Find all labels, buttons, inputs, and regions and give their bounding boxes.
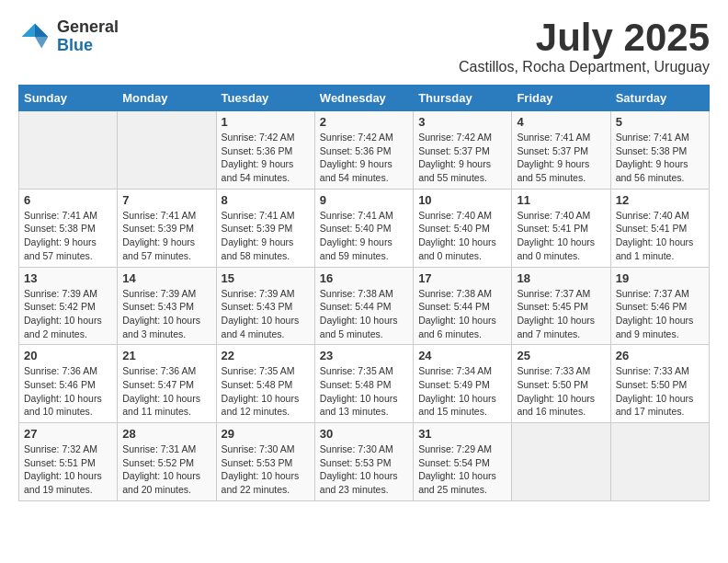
day-info: Sunrise: 7:39 AM Sunset: 5:43 PM Dayligh… — [222, 287, 310, 341]
day-info: Sunrise: 7:31 AM Sunset: 5:52 PM Dayligh… — [122, 442, 210, 497]
calendar-week-row: 6Sunrise: 7:41 AM Sunset: 5:38 PM Daylig… — [19, 189, 710, 267]
calendar-cell: 25Sunrise: 7:33 AM Sunset: 5:50 PM Dayli… — [512, 345, 610, 423]
calendar-cell: 20Sunrise: 7:36 AM Sunset: 5:46 PM Dayli… — [19, 345, 118, 423]
calendar-cell: 28Sunrise: 7:31 AM Sunset: 5:52 PM Dayli… — [118, 423, 216, 501]
calendar-cell: 17Sunrise: 7:38 AM Sunset: 5:44 PM Dayli… — [414, 267, 512, 345]
day-info: Sunrise: 7:35 AM Sunset: 5:48 PM Dayligh… — [222, 364, 310, 419]
calendar-cell: 19Sunrise: 7:37 AM Sunset: 5:46 PM Dayli… — [610, 267, 709, 345]
day-number: 9 — [320, 193, 408, 207]
svg-marker-0 — [35, 23, 48, 36]
day-number: 1 — [222, 115, 310, 129]
calendar-cell: 11Sunrise: 7:40 AM Sunset: 5:41 PM Dayli… — [512, 189, 610, 267]
day-info: Sunrise: 7:40 AM Sunset: 5:41 PM Dayligh… — [517, 209, 605, 263]
calendar-cell: 3Sunrise: 7:42 AM Sunset: 5:37 PM Daylig… — [414, 111, 512, 190]
logo-general: General — [57, 17, 119, 36]
day-info: Sunrise: 7:41 AM Sunset: 5:37 PM Dayligh… — [517, 131, 605, 185]
day-number: 11 — [517, 193, 605, 207]
day-info: Sunrise: 7:42 AM Sunset: 5:36 PM Dayligh… — [320, 131, 408, 185]
calendar-header-row: SundayMondayTuesdayWednesdayThursdayFrid… — [19, 86, 710, 111]
logo-blue: Blue — [57, 36, 93, 54]
day-number: 24 — [418, 349, 506, 362]
calendar-cell: 22Sunrise: 7:35 AM Sunset: 5:48 PM Dayli… — [216, 345, 314, 423]
calendar-cell: 7Sunrise: 7:41 AM Sunset: 5:39 PM Daylig… — [118, 189, 216, 267]
calendar-table: SundayMondayTuesdayWednesdayThursdayFrid… — [18, 85, 710, 501]
calendar-cell — [512, 423, 610, 501]
calendar-cell: 16Sunrise: 7:38 AM Sunset: 5:44 PM Dayli… — [314, 267, 413, 345]
day-info: Sunrise: 7:36 AM Sunset: 5:46 PM Dayligh… — [24, 364, 112, 419]
calendar-cell: 10Sunrise: 7:40 AM Sunset: 5:40 PM Dayli… — [414, 189, 512, 267]
day-info: Sunrise: 7:34 AM Sunset: 5:49 PM Dayligh… — [418, 364, 506, 419]
day-info: Sunrise: 7:37 AM Sunset: 5:46 PM Dayligh… — [616, 287, 704, 341]
day-number: 20 — [24, 349, 112, 362]
day-of-week-header: Wednesday — [314, 86, 413, 111]
calendar-cell: 5Sunrise: 7:41 AM Sunset: 5:38 PM Daylig… — [610, 111, 709, 190]
day-info: Sunrise: 7:41 AM Sunset: 5:39 PM Dayligh… — [222, 209, 310, 263]
location-subtitle: Castillos, Rocha Department, Uruguay — [459, 59, 710, 75]
day-info: Sunrise: 7:38 AM Sunset: 5:44 PM Dayligh… — [418, 287, 506, 341]
svg-marker-1 — [22, 23, 35, 36]
day-number: 10 — [418, 193, 506, 207]
svg-marker-2 — [35, 37, 48, 49]
day-number: 17 — [418, 271, 506, 285]
day-info: Sunrise: 7:40 AM Sunset: 5:40 PM Dayligh… — [418, 209, 506, 263]
calendar-cell: 30Sunrise: 7:30 AM Sunset: 5:53 PM Dayli… — [314, 423, 413, 501]
day-number: 23 — [320, 349, 408, 362]
day-info: Sunrise: 7:33 AM Sunset: 5:50 PM Dayligh… — [517, 364, 605, 419]
day-number: 29 — [222, 427, 310, 441]
day-number: 4 — [517, 115, 605, 129]
day-number: 13 — [24, 271, 112, 285]
day-number: 27 — [24, 427, 112, 441]
day-number: 15 — [222, 271, 310, 285]
day-number: 5 — [616, 115, 704, 129]
day-of-week-header: Saturday — [610, 86, 709, 111]
calendar-cell: 15Sunrise: 7:39 AM Sunset: 5:43 PM Dayli… — [216, 267, 314, 345]
day-info: Sunrise: 7:37 AM Sunset: 5:45 PM Dayligh… — [517, 287, 605, 341]
day-number: 21 — [122, 349, 210, 362]
day-info: Sunrise: 7:42 AM Sunset: 5:36 PM Dayligh… — [222, 131, 310, 185]
calendar-cell: 4Sunrise: 7:41 AM Sunset: 5:37 PM Daylig… — [512, 111, 610, 190]
calendar-cell: 9Sunrise: 7:41 AM Sunset: 5:40 PM Daylig… — [314, 189, 413, 267]
calendar-cell: 18Sunrise: 7:37 AM Sunset: 5:45 PM Dayli… — [512, 267, 610, 345]
day-number: 18 — [517, 271, 605, 285]
calendar-cell — [118, 111, 216, 190]
day-info: Sunrise: 7:41 AM Sunset: 5:40 PM Dayligh… — [320, 209, 408, 263]
calendar-cell: 12Sunrise: 7:40 AM Sunset: 5:41 PM Dayli… — [610, 189, 709, 267]
day-number: 8 — [222, 193, 310, 207]
day-info: Sunrise: 7:35 AM Sunset: 5:48 PM Dayligh… — [320, 364, 408, 419]
day-info: Sunrise: 7:40 AM Sunset: 5:41 PM Dayligh… — [616, 209, 704, 263]
day-info: Sunrise: 7:41 AM Sunset: 5:38 PM Dayligh… — [24, 209, 112, 263]
day-number: 12 — [616, 193, 704, 207]
day-of-week-header: Tuesday — [216, 86, 314, 111]
day-info: Sunrise: 7:30 AM Sunset: 5:53 PM Dayligh… — [320, 442, 408, 497]
calendar-cell: 1Sunrise: 7:42 AM Sunset: 5:36 PM Daylig… — [216, 111, 314, 190]
calendar-cell: 31Sunrise: 7:29 AM Sunset: 5:54 PM Dayli… — [414, 423, 512, 501]
calendar-cell: 13Sunrise: 7:39 AM Sunset: 5:42 PM Dayli… — [19, 267, 118, 345]
day-info: Sunrise: 7:42 AM Sunset: 5:37 PM Dayligh… — [418, 131, 506, 185]
day-info: Sunrise: 7:39 AM Sunset: 5:43 PM Dayligh… — [122, 287, 210, 341]
calendar-cell: 21Sunrise: 7:36 AM Sunset: 5:47 PM Dayli… — [118, 345, 216, 423]
day-info: Sunrise: 7:39 AM Sunset: 5:42 PM Dayligh… — [24, 287, 112, 341]
day-number: 2 — [320, 115, 408, 129]
day-of-week-header: Thursday — [414, 86, 512, 111]
day-info: Sunrise: 7:36 AM Sunset: 5:47 PM Dayligh… — [122, 364, 210, 419]
day-number: 7 — [122, 193, 210, 207]
calendar-week-row: 1Sunrise: 7:42 AM Sunset: 5:36 PM Daylig… — [19, 111, 710, 190]
title-block: July 2025 Castillos, Rocha Department, U… — [459, 18, 710, 75]
day-number: 25 — [517, 349, 605, 362]
day-info: Sunrise: 7:32 AM Sunset: 5:51 PM Dayligh… — [24, 442, 112, 497]
logo-icon — [18, 20, 51, 53]
calendar-cell — [19, 111, 118, 190]
calendar-cell: 2Sunrise: 7:42 AM Sunset: 5:36 PM Daylig… — [314, 111, 413, 190]
day-info: Sunrise: 7:41 AM Sunset: 5:38 PM Dayligh… — [616, 131, 704, 185]
day-info: Sunrise: 7:41 AM Sunset: 5:39 PM Dayligh… — [122, 209, 210, 263]
calendar-cell: 8Sunrise: 7:41 AM Sunset: 5:39 PM Daylig… — [216, 189, 314, 267]
day-number: 26 — [616, 349, 704, 362]
calendar-week-row: 20Sunrise: 7:36 AM Sunset: 5:46 PM Dayli… — [19, 345, 710, 423]
day-info: Sunrise: 7:30 AM Sunset: 5:53 PM Dayligh… — [222, 442, 310, 497]
day-number: 14 — [122, 271, 210, 285]
month-title: July 2025 — [459, 18, 710, 57]
calendar-cell: 14Sunrise: 7:39 AM Sunset: 5:43 PM Dayli… — [118, 267, 216, 345]
day-number: 3 — [418, 115, 506, 129]
day-info: Sunrise: 7:33 AM Sunset: 5:50 PM Dayligh… — [616, 364, 704, 419]
day-of-week-header: Friday — [512, 86, 610, 111]
